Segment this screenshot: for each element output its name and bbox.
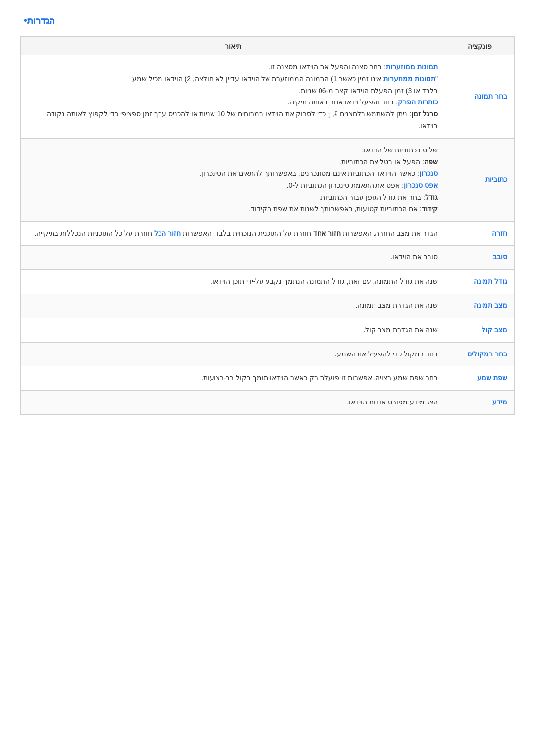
page-header: הגדרות • — [20, 15, 515, 26]
row-function-rotate: סובב — [445, 246, 515, 270]
bold-return-one: חזור אחד — [313, 229, 341, 237]
table-row: מצב תמונהשנה את הגדרת מצב תמונה. — [21, 294, 515, 318]
row-description-thumbnail-size: שנה את גודל התמונה. עם זאת, גודל התמונה … — [21, 270, 445, 294]
table-row: מצב קולשנה את הגדרת מצב קול. — [21, 318, 515, 342]
row-description-select-thumbnail: תמונות ממוזערות: בחר סצנה והפעל את הוידא… — [21, 55, 445, 139]
row-function-info: מידע — [445, 391, 515, 415]
bold-chapter: כותרות הפרק — [398, 98, 438, 106]
row-description-subtitles: שלוט בכתוביות של הוידאו.שפה: הפעל או בטל… — [21, 138, 445, 221]
table-row: בחר רמקוליםבחר רמקול כדי להפעיל את השמע. — [21, 342, 515, 366]
bullet-icon: • — [24, 15, 27, 26]
row-description-audio-language: בחר שפת שמע רצויה. אפשרות זו פועלת רק כא… — [21, 366, 445, 391]
bold-language: שפה — [424, 158, 438, 166]
row-description-return: הגדר את מצב החזרה. האפשרות חזור אחד חוזר… — [21, 221, 445, 246]
row-description-thumbnail-state: שנה את הגדרת מצב תמונה. — [21, 294, 445, 318]
bold-return-all: חזור הכל — [154, 229, 181, 237]
row-function-select-speaker: בחר רמקולים — [445, 342, 515, 366]
row-function-thumbnail-size: גודל תמונה — [445, 270, 515, 294]
table-row: סובבסובב את הוידאו. — [21, 246, 515, 270]
row-function-subtitles: כתוביות — [445, 138, 515, 221]
table-row: חזרההגדר את מצב החזרה. האפשרות חזור אחד … — [21, 221, 515, 246]
settings-table: פונקציה תיאור בחר תמונהתמונות ממוזערות: … — [20, 37, 515, 415]
row-description-info: הצג מידע מפורט אודות הוידאו. — [21, 391, 445, 415]
bold-size: גודל — [425, 193, 438, 201]
settings-table-container: פונקציה תיאור בחר תמונהתמונות ממוזערות: … — [20, 36, 515, 415]
row-function-return: חזרה — [445, 221, 515, 246]
row-function-sound-state: מצב קול — [445, 318, 515, 342]
bold-thumbnails: תמונות ממוזערות — [386, 63, 438, 71]
row-function-select-thumbnail: בחר תמונה — [445, 55, 515, 139]
row-function-audio-language: שפת שמע — [445, 366, 515, 391]
header-description: תיאור — [21, 37, 445, 55]
table-row: מידעהצג מידע מפורט אודות הוידאו. — [21, 391, 515, 415]
table-row: כתוביותשלוט בכתוביות של הוידאו.שפה: הפעל… — [21, 138, 515, 221]
bold-thumbnails2: תמונות ממוזערות — [383, 75, 435, 83]
table-row: שפת שמעבחר שפת שמע רצויה. אפשרות זו פועל… — [21, 366, 515, 391]
bold-reset-sync: אפס סנכרון — [404, 181, 438, 189]
bold-sync: סנכרון — [419, 169, 438, 177]
row-description-rotate: סובב את הוידאו. — [21, 246, 445, 270]
bold-timeline: סרגל זמן — [411, 110, 438, 118]
row-function-thumbnail-state: מצב תמונה — [445, 294, 515, 318]
page-title: הגדרות — [27, 15, 55, 26]
row-description-select-speaker: בחר רמקול כדי להפעיל את השמע. — [21, 342, 445, 366]
table-row: גודל תמונהשנה את גודל התמונה. עם זאת, גו… — [21, 270, 515, 294]
bold-encoding: קידוד — [422, 205, 438, 213]
header-function: פונקציה — [445, 37, 515, 55]
table-row: בחר תמונהתמונות ממוזערות: בחר סצנה והפעל… — [21, 55, 515, 139]
table-header-row: פונקציה תיאור — [21, 37, 515, 55]
row-description-sound-state: שנה את הגדרת מצב קול. — [21, 318, 445, 342]
